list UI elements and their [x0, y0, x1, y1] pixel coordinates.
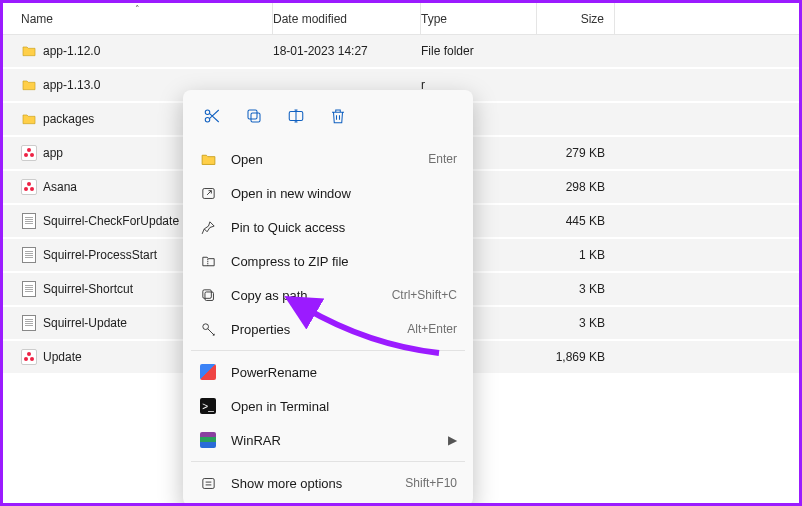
- folder-icon: [21, 111, 37, 127]
- context-menu-show-more[interactable]: Show more options Shift+F10: [189, 466, 467, 500]
- column-header-name[interactable]: Name ˄: [3, 3, 273, 34]
- context-menu-pin[interactable]: Pin to Quick access: [189, 210, 467, 244]
- file-name: app: [43, 146, 63, 160]
- svg-rect-18: [202, 478, 213, 488]
- svg-point-6: [27, 352, 31, 356]
- svg-point-10: [205, 117, 210, 122]
- column-header-date-label: Date modified: [273, 12, 347, 26]
- document-icon: [21, 315, 37, 331]
- context-menu-show-more-accel: Shift+F10: [405, 476, 457, 490]
- context-menu-pin-label: Pin to Quick access: [231, 220, 457, 235]
- svg-point-7: [24, 357, 28, 361]
- file-size: 1 KB: [579, 248, 605, 262]
- file-name: Asana: [43, 180, 77, 194]
- file-size: 445 KB: [566, 214, 605, 228]
- column-header-name-label: Name: [21, 12, 53, 26]
- copy-path-icon: [199, 286, 217, 304]
- column-header-row: Name ˄ Date modified Type Size: [3, 3, 799, 35]
- context-menu-show-more-label: Show more options: [231, 476, 391, 491]
- rename-icon: [287, 107, 305, 128]
- context-menu-separator: [191, 350, 465, 351]
- context-menu-properties[interactable]: Properties Alt+Enter: [189, 312, 467, 346]
- file-name: app-1.13.0: [43, 78, 100, 92]
- svg-rect-11: [251, 113, 260, 122]
- application-icon: [21, 145, 37, 161]
- context-menu-copy-path-label: Copy as path: [231, 288, 378, 303]
- folder-icon: [21, 77, 37, 93]
- copy-button[interactable]: [235, 100, 273, 134]
- application-icon: [21, 349, 37, 365]
- file-name: Update: [43, 350, 82, 364]
- context-menu-separator-2: [191, 461, 465, 462]
- column-header-type[interactable]: Type: [421, 3, 537, 34]
- scissors-icon: [203, 107, 221, 128]
- chevron-right-icon: ▶: [448, 433, 457, 447]
- document-icon: [21, 213, 37, 229]
- file-name: Squirrel-CheckForUpdate: [43, 214, 179, 228]
- column-header-size-label: Size: [581, 12, 604, 26]
- pin-icon: [199, 218, 217, 236]
- svg-rect-16: [202, 289, 211, 298]
- context-menu-quick-actions: [189, 96, 467, 142]
- context-menu-open-new-window-label: Open in new window: [231, 186, 457, 201]
- file-size: 298 KB: [566, 180, 605, 194]
- svg-point-5: [30, 187, 34, 191]
- context-menu-properties-label: Properties: [231, 322, 393, 337]
- folder-open-icon: [199, 150, 217, 168]
- file-size: 279 KB: [566, 146, 605, 160]
- svg-point-4: [24, 187, 28, 191]
- svg-point-2: [30, 153, 34, 157]
- file-size: 3 KB: [579, 282, 605, 296]
- rename-button[interactable]: [277, 100, 315, 134]
- context-menu-open[interactable]: Open Enter: [189, 142, 467, 176]
- context-menu-copy-path[interactable]: Copy as path Ctrl+Shift+C: [189, 278, 467, 312]
- context-menu-open-new-window[interactable]: Open in new window: [189, 176, 467, 210]
- svg-point-9: [205, 110, 210, 115]
- open-new-window-icon: [199, 184, 217, 202]
- file-type: File folder: [421, 44, 474, 58]
- column-header-size[interactable]: Size: [537, 3, 615, 34]
- svg-point-3: [27, 182, 31, 186]
- application-icon: [21, 179, 37, 195]
- svg-rect-12: [248, 110, 257, 119]
- terminal-icon: >_: [199, 397, 217, 415]
- file-name: packages: [43, 112, 94, 126]
- file-row[interactable]: app-1.12.018-01-2023 14:27File folder: [3, 35, 799, 67]
- context-menu-zip[interactable]: Compress to ZIP file: [189, 244, 467, 278]
- context-menu-powerrename-label: PowerRename: [231, 365, 457, 380]
- document-icon: [21, 281, 37, 297]
- column-header-date[interactable]: Date modified: [273, 3, 421, 34]
- file-name: Squirrel-ProcessStart: [43, 248, 157, 262]
- context-menu-copy-path-accel: Ctrl+Shift+C: [392, 288, 457, 302]
- copy-icon: [245, 107, 263, 128]
- svg-point-1: [24, 153, 28, 157]
- folder-icon: [21, 43, 37, 59]
- svg-rect-15: [204, 291, 213, 300]
- document-icon: [21, 247, 37, 263]
- context-menu-winrar[interactable]: WinRAR ▶: [189, 423, 467, 457]
- context-menu-powerrename[interactable]: PowerRename: [189, 355, 467, 389]
- delete-button[interactable]: [319, 100, 357, 134]
- cut-button[interactable]: [193, 100, 231, 134]
- context-menu-open-label: Open: [231, 152, 414, 167]
- context-menu: Open Enter Open in new window Pin to Qui…: [183, 90, 473, 506]
- context-menu-winrar-label: WinRAR: [231, 433, 434, 448]
- svg-point-8: [30, 357, 34, 361]
- powerrename-icon: [199, 363, 217, 381]
- zip-icon: [199, 252, 217, 270]
- winrar-icon: [199, 431, 217, 449]
- context-menu-terminal[interactable]: >_ Open in Terminal: [189, 389, 467, 423]
- trash-icon: [329, 107, 347, 128]
- context-menu-zip-label: Compress to ZIP file: [231, 254, 457, 269]
- file-name: app-1.12.0: [43, 44, 100, 58]
- column-header-type-label: Type: [421, 12, 447, 26]
- file-size: 3 KB: [579, 316, 605, 330]
- properties-icon: [199, 320, 217, 338]
- sort-ascending-icon: ˄: [135, 4, 140, 14]
- file-date: 18-01-2023 14:27: [273, 44, 368, 58]
- show-more-icon: [199, 474, 217, 492]
- svg-point-0: [27, 148, 31, 152]
- svg-point-17: [202, 323, 208, 329]
- file-name: Squirrel-Shortcut: [43, 282, 133, 296]
- context-menu-terminal-label: Open in Terminal: [231, 399, 457, 414]
